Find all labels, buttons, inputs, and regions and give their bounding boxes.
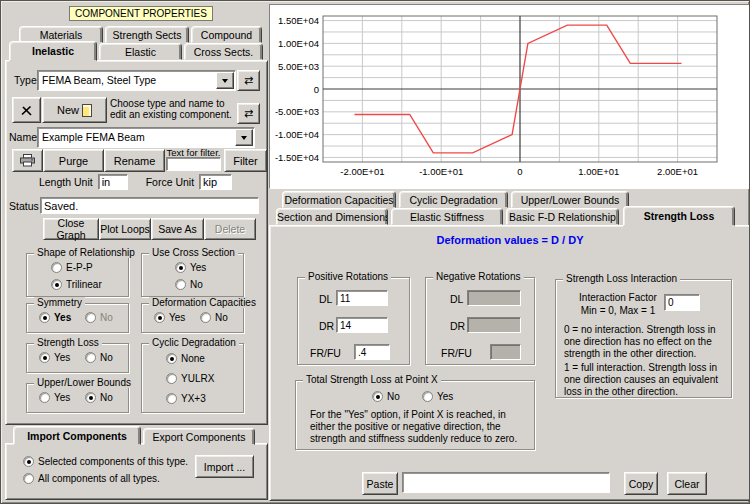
radio-cyclic-yx3[interactable]: YX+3 bbox=[166, 393, 206, 404]
tab-deformation-capacities[interactable]: Deformation Capacities bbox=[282, 191, 396, 208]
tab-section-and-dimensions[interactable]: Section and Dimensions bbox=[276, 208, 388, 225]
force-unit-input[interactable] bbox=[199, 174, 232, 190]
tab-cyclic-degradation[interactable]: Cyclic Degradation bbox=[399, 191, 508, 208]
radio-trilinear-icon[interactable] bbox=[51, 279, 62, 290]
name-label: Name bbox=[9, 131, 37, 143]
interaction-factor-input[interactable] bbox=[664, 294, 700, 311]
inelastic-panel: Type FEMA Beam, Steel Type ⇄ New Choose … bbox=[5, 60, 268, 425]
new-button-label: New bbox=[57, 104, 79, 116]
clear-button[interactable]: Clear bbox=[667, 472, 707, 495]
check-button[interactable] bbox=[12, 97, 41, 123]
rename-button[interactable]: Rename bbox=[104, 149, 165, 172]
cyclic-degradation-group: Cyclic Degradation None YULRX YX+3 bbox=[141, 343, 244, 413]
purge-button[interactable]: Purge bbox=[43, 149, 104, 172]
strength-loss-interaction-title: Strength Loss Interaction bbox=[563, 273, 680, 284]
use-cross-section-group: Use Cross Section Yes No bbox=[141, 253, 244, 297]
radio-total-loss-yes-icon[interactable] bbox=[422, 391, 433, 402]
tab-elastic[interactable]: Elastic bbox=[99, 43, 182, 60]
name-combobox-value: Example FEMA Beam bbox=[42, 131, 145, 143]
paste-button[interactable]: Paste bbox=[362, 472, 398, 495]
save-as-button[interactable]: Save As bbox=[151, 218, 204, 240]
name-combobox[interactable]: Example FEMA Beam bbox=[37, 127, 255, 148]
reload-name-button[interactable]: ⇄ bbox=[237, 103, 260, 124]
tab-strength-sects[interactable]: Strength Sects bbox=[105, 26, 189, 43]
type-combobox[interactable]: FEMA Beam, Steel Type bbox=[37, 70, 236, 91]
positive-rotations-title: Positive Rotations bbox=[305, 271, 391, 282]
filter-button[interactable]: Filter bbox=[224, 149, 267, 172]
tab-compound[interactable]: Compound bbox=[191, 26, 262, 43]
radio-sloss-no[interactable]: No bbox=[85, 352, 113, 363]
radio-total-loss-no[interactable]: No bbox=[372, 391, 400, 402]
print-button[interactable] bbox=[12, 149, 43, 172]
radio-ucs-no[interactable]: No bbox=[175, 279, 203, 290]
radio-cyclic-none[interactable]: None bbox=[166, 353, 205, 364]
deformation-capacities-group: Deformation Capacities Yes No bbox=[141, 303, 244, 333]
length-unit-input[interactable] bbox=[98, 174, 128, 190]
tab-upper-lower-bounds[interactable]: Upper/Lower Bounds bbox=[511, 191, 629, 208]
radio-cyclic-yulrx[interactable]: YULRX bbox=[166, 373, 214, 384]
plot-loops-button[interactable]: Plot Loops bbox=[99, 218, 151, 240]
radio-defcap-yes-icon[interactable] bbox=[154, 312, 165, 323]
radio-total-loss-yes[interactable]: Yes bbox=[422, 391, 453, 402]
name-dropdown-arrow-icon[interactable] bbox=[235, 129, 253, 146]
tab-cross-sects[interactable]: Cross Sects. bbox=[184, 43, 263, 60]
radio-import-selected-icon[interactable] bbox=[23, 456, 34, 467]
status-field[interactable] bbox=[40, 197, 259, 214]
close-graph-button[interactable]: Close Graph bbox=[43, 218, 99, 240]
radio-cyclic-yulrx-icon[interactable] bbox=[166, 373, 177, 384]
clipboard-field[interactable] bbox=[402, 472, 610, 493]
svg-text:-1.50E+04: -1.50E+04 bbox=[275, 152, 319, 163]
copy-button[interactable]: Copy bbox=[624, 472, 658, 495]
positive-fr-input[interactable] bbox=[354, 344, 390, 360]
radio-ulb-yes[interactable]: Yes bbox=[39, 392, 70, 403]
radio-defcap-no[interactable]: No bbox=[200, 312, 228, 323]
radio-import-all-icon[interactable] bbox=[23, 473, 34, 484]
radio-ucs-yes-icon[interactable] bbox=[175, 262, 186, 273]
radio-cyclic-none-icon[interactable] bbox=[166, 353, 177, 364]
type-dropdown-arrow-icon[interactable] bbox=[216, 72, 234, 89]
radio-import-selected[interactable]: Selected components of this type. bbox=[23, 456, 188, 467]
deformation-capacities-title: Deformation Capacities bbox=[149, 297, 259, 308]
radio-defcap-no-icon[interactable] bbox=[200, 312, 211, 323]
radio-symmetry-yes[interactable]: Yes bbox=[39, 312, 71, 323]
tab-basic-fd-relationship[interactable]: Basic F-D Relationship bbox=[506, 208, 619, 225]
radio-ulb-yes-icon[interactable] bbox=[39, 392, 50, 403]
radio-sloss-yes-icon[interactable] bbox=[39, 352, 50, 363]
radio-sloss-yes[interactable]: Yes bbox=[39, 352, 70, 363]
radio-epp[interactable]: E-P-P bbox=[51, 262, 93, 273]
radio-symmetry-yes-icon[interactable] bbox=[39, 312, 50, 323]
radio-ulb-no[interactable]: No bbox=[85, 392, 113, 403]
import-button[interactable]: Import ... bbox=[195, 455, 254, 478]
new-button[interactable]: New bbox=[42, 97, 107, 123]
tab-elastic-stiffness[interactable]: Elastic Stiffness bbox=[391, 208, 503, 225]
positive-dl-input[interactable] bbox=[336, 290, 388, 306]
tab-export-components[interactable]: Export Components bbox=[143, 428, 255, 445]
positive-dr-input[interactable] bbox=[336, 317, 388, 333]
radio-epp-icon[interactable] bbox=[51, 262, 62, 273]
radio-cyclic-yx3-icon[interactable] bbox=[166, 393, 177, 404]
upper-lower-bounds-title: Upper/Lower Bounds bbox=[34, 377, 134, 388]
radio-trilinear[interactable]: Trilinear bbox=[51, 279, 102, 290]
total-strength-loss-group: Total Strength Loss at Point X No Yes Fo… bbox=[295, 380, 535, 450]
negative-fr-input bbox=[490, 344, 521, 360]
radio-ucs-no-icon[interactable] bbox=[175, 279, 186, 290]
filter-input[interactable] bbox=[166, 157, 221, 171]
radio-defcap-yes[interactable]: Yes bbox=[154, 312, 185, 323]
tab-strength-loss[interactable]: Strength Loss bbox=[623, 206, 735, 226]
radio-symmetry-no-icon bbox=[85, 312, 96, 323]
radio-sloss-no-icon[interactable] bbox=[85, 352, 96, 363]
strength-loss-group: Strength Loss Yes No bbox=[26, 343, 129, 373]
radio-total-loss-no-icon[interactable] bbox=[372, 391, 383, 402]
status-label: Status bbox=[9, 200, 39, 212]
tab-inelastic[interactable]: Inelastic bbox=[9, 41, 97, 61]
radio-import-all[interactable]: All components of all types. bbox=[23, 473, 160, 484]
shape-of-relationship-group: Shape of Relationship E-P-P Trilinear bbox=[26, 253, 129, 297]
radio-ucs-yes[interactable]: Yes bbox=[175, 262, 206, 273]
radio-ulb-no-icon[interactable] bbox=[85, 392, 96, 403]
symmetry-group: Symmetry Yes No bbox=[26, 303, 129, 333]
fd-chart-svg: -2.00E+01-1.00E+0101.00E+012.00E+011.50E… bbox=[272, 6, 745, 184]
left-tab-control: Materials Strength Sects Compound Inelas… bbox=[5, 25, 266, 423]
units-row: Length Unit Force Unit bbox=[6, 173, 265, 191]
reload-type-button[interactable]: ⇄ bbox=[237, 70, 260, 91]
tab-import-components[interactable]: Import Components bbox=[13, 426, 141, 445]
